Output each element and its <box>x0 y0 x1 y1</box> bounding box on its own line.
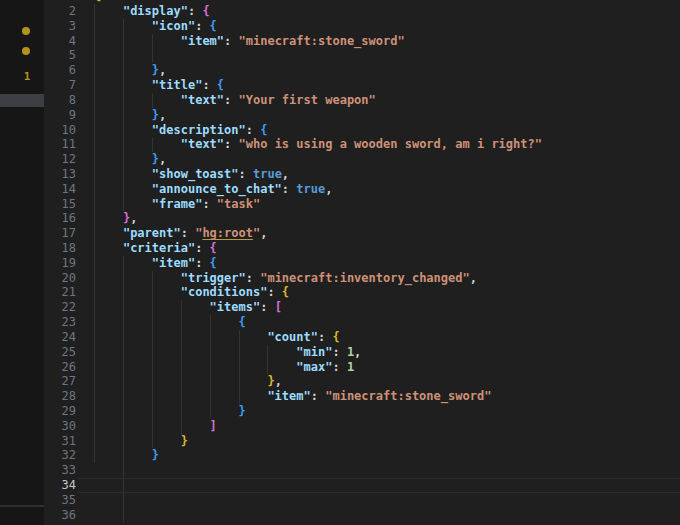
line-number[interactable]: 19 <box>44 256 78 271</box>
code-line-content[interactable] <box>78 463 680 478</box>
code-line[interactable]: 5 <box>44 48 680 63</box>
code-line[interactable]: 6 }, <box>44 63 680 78</box>
code-editor[interactable]: 1{2 "display": {3 "icon": {4 "item": "mi… <box>44 0 680 525</box>
code-line-content[interactable]: "min": 1, <box>78 345 680 360</box>
code-line[interactable]: 28 "item": "minecraft:stone_sword" <box>44 389 680 404</box>
code-line-content[interactable]: }, <box>78 63 680 78</box>
code-line[interactable]: 4 "item": "minecraft:stone_sword" <box>44 34 680 49</box>
code-line-content[interactable]: "item": { <box>78 256 680 271</box>
line-number[interactable]: 36 <box>44 508 78 523</box>
code-line-content[interactable]: "item": "minecraft:stone_sword" <box>78 34 680 49</box>
line-number[interactable]: 14 <box>44 182 78 197</box>
code-line-content[interactable]: }, <box>78 152 680 167</box>
code-line-content[interactable]: "title": { <box>78 78 680 93</box>
code-line[interactable]: 34 <box>44 478 680 493</box>
line-number[interactable]: 34 <box>44 478 78 493</box>
code-line-content[interactable]: }, <box>78 211 680 226</box>
code-line[interactable]: 10 "description": { <box>44 123 680 138</box>
line-number[interactable]: 15 <box>44 197 78 212</box>
code-line[interactable]: 12 }, <box>44 152 680 167</box>
code-line-content[interactable]: { <box>78 315 680 330</box>
code-line-content[interactable] <box>78 493 680 508</box>
line-number[interactable]: 28 <box>44 389 78 404</box>
code-line-content[interactable]: "display": { <box>78 4 680 19</box>
code-line[interactable]: 36 <box>44 508 680 523</box>
code-line[interactable]: 19 "item": { <box>44 256 680 271</box>
code-line[interactable]: 18 "criteria": { <box>44 241 680 256</box>
code-line-content[interactable]: } <box>78 434 680 449</box>
line-number[interactable]: 21 <box>44 285 78 300</box>
code-line[interactable]: 15 "frame": "task" <box>44 197 680 212</box>
code-line[interactable]: 25 "min": 1, <box>44 345 680 360</box>
code-line-content[interactable]: } <box>78 448 680 463</box>
code-line[interactable]: 8 "text": "Your first weapon" <box>44 93 680 108</box>
line-number[interactable]: 35 <box>44 493 78 508</box>
code-line-content[interactable]: "criteria": { <box>78 241 680 256</box>
code-line-content[interactable]: "item": "minecraft:stone_sword" <box>78 389 680 404</box>
code-line-content[interactable]: "show_toast": true, <box>78 167 680 182</box>
line-number[interactable]: 3 <box>44 19 78 34</box>
code-line[interactable]: 21 "conditions": { <box>44 285 680 300</box>
line-number[interactable]: 9 <box>44 108 78 123</box>
code-line[interactable]: 20 "trigger": "minecraft:inventory_chang… <box>44 271 680 286</box>
code-line-content[interactable]: "icon": { <box>78 19 680 34</box>
line-number[interactable]: 16 <box>44 211 78 226</box>
code-line-content[interactable]: "text": "who is using a wooden sword, am… <box>78 137 680 152</box>
code-line[interactable]: 11 "text": "who is using a wooden sword,… <box>44 137 680 152</box>
code-line[interactable]: 2 "display": { <box>44 4 680 19</box>
code-line[interactable]: 9 }, <box>44 108 680 123</box>
code-line[interactable]: 23 { <box>44 315 680 330</box>
code-line[interactable]: 32 } <box>44 448 680 463</box>
code-line[interactable]: 17 "parent": "hg:root", <box>44 226 680 241</box>
line-number[interactable]: 22 <box>44 300 78 315</box>
line-number[interactable]: 25 <box>44 345 78 360</box>
code-line-content[interactable]: "frame": "task" <box>78 197 680 212</box>
line-number[interactable]: 24 <box>44 330 78 345</box>
line-number[interactable]: 13 <box>44 167 78 182</box>
line-number[interactable]: 6 <box>44 63 78 78</box>
code-line-content[interactable]: "trigger": "minecraft:inventory_changed"… <box>78 271 680 286</box>
code-line[interactable]: 33 <box>44 463 680 478</box>
code-line[interactable]: 7 "title": { <box>44 78 680 93</box>
code-line[interactable]: 31 } <box>44 434 680 449</box>
code-line-content[interactable]: "conditions": { <box>78 285 680 300</box>
line-number[interactable]: 31 <box>44 434 78 449</box>
line-number[interactable]: 26 <box>44 360 78 375</box>
code-line[interactable]: 30 ] <box>44 419 680 434</box>
line-number[interactable]: 2 <box>44 4 78 19</box>
line-number[interactable]: 32 <box>44 448 78 463</box>
code-line-content[interactable]: "count": { <box>78 330 680 345</box>
code-line-content[interactable]: "parent": "hg:root", <box>78 226 680 241</box>
code-line[interactable]: 29 } <box>44 404 680 419</box>
code-line-content[interactable]: ] <box>78 419 680 434</box>
code-line-content[interactable] <box>78 508 680 523</box>
line-number[interactable]: 18 <box>44 241 78 256</box>
code-line-content[interactable]: }, <box>78 374 680 389</box>
code-line[interactable]: 13 "show_toast": true, <box>44 167 680 182</box>
line-number[interactable]: 4 <box>44 34 78 49</box>
sidebar-selected-item[interactable] <box>0 94 44 107</box>
code-line-content[interactable]: "description": { <box>78 123 680 138</box>
code-line-content[interactable]: "announce_to_chat": true, <box>78 182 680 197</box>
code-line-content[interactable]: }, <box>78 108 680 123</box>
code-line[interactable]: 35 <box>44 493 680 508</box>
code-line-content[interactable]: "items": [ <box>78 300 680 315</box>
line-number[interactable]: 17 <box>44 226 78 241</box>
line-number[interactable]: 11 <box>44 137 78 152</box>
code-line[interactable]: 3 "icon": { <box>44 19 680 34</box>
code-line[interactable]: 24 "count": { <box>44 330 680 345</box>
line-number[interactable]: 7 <box>44 78 78 93</box>
line-number[interactable]: 27 <box>44 374 78 389</box>
line-number[interactable]: 33 <box>44 463 78 478</box>
line-number[interactable]: 12 <box>44 152 78 167</box>
line-number[interactable]: 5 <box>44 48 78 63</box>
code-line-content[interactable] <box>78 48 680 63</box>
code-line-content[interactable]: "text": "Your first weapon" <box>78 93 680 108</box>
code-line-content[interactable] <box>78 478 680 493</box>
code-line[interactable]: 26 "max": 1 <box>44 360 680 375</box>
line-number[interactable]: 8 <box>44 93 78 108</box>
code-line[interactable]: 14 "announce_to_chat": true, <box>44 182 680 197</box>
line-number[interactable]: 10 <box>44 123 78 138</box>
code-line[interactable]: 22 "items": [ <box>44 300 680 315</box>
line-number[interactable]: 30 <box>44 419 78 434</box>
